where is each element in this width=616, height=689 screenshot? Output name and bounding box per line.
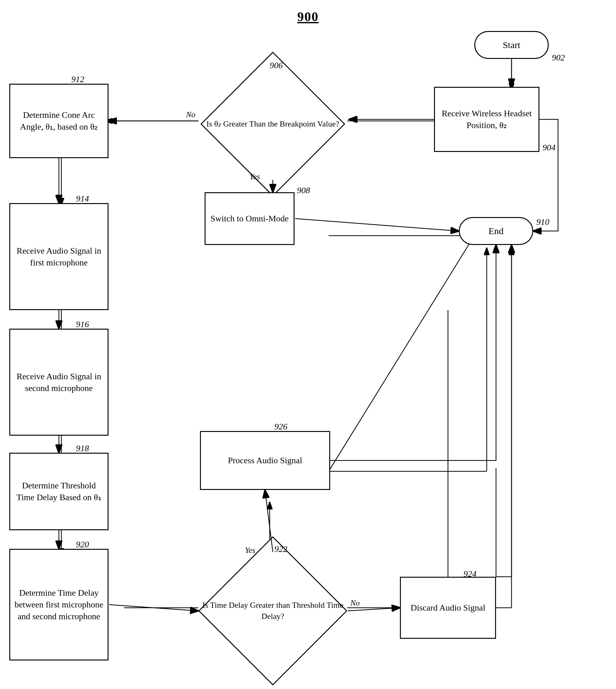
- receive-wireless-ref: 904: [543, 143, 555, 153]
- receive-audio-first-label: Receive Audio Signal in first microphone: [13, 245, 105, 268]
- receive-audio-second-label: Receive Audio Signal in second microphon…: [13, 370, 105, 394]
- start-ref: 902: [552, 53, 565, 63]
- svg-line-29: [109, 605, 198, 611]
- is-theta-greater-label: Is θ₂ Greater Than the Breakpoint Value?: [203, 115, 343, 133]
- process-audio-ref: 926: [274, 422, 287, 432]
- no-label-1: No: [186, 110, 195, 120]
- switch-omni-ref: 908: [297, 186, 310, 195]
- end-label: End: [489, 225, 504, 238]
- determine-time-delay-label: Determine Time Delay between first micro…: [13, 587, 105, 622]
- switch-omni-node: Switch to Omni-Mode: [205, 192, 294, 245]
- determine-threshold-label: Determine Threshold Time Delay Based on …: [13, 480, 105, 503]
- is-theta-greater-node: Is θ₂ Greater Than the Breakpoint Value?: [198, 68, 347, 180]
- switch-omni-label: Switch to Omni-Mode: [211, 213, 289, 224]
- determine-time-delay-ref: 920: [76, 540, 89, 550]
- process-audio-node: Process Audio Signal: [200, 431, 330, 490]
- no-label-2: No: [350, 599, 360, 608]
- is-time-delay-node: Is Time Delay Greater than Threshold Tim…: [198, 552, 347, 670]
- is-time-delay-label: Is Time Delay Greater than Threshold Tim…: [198, 597, 347, 625]
- determine-cone-ref: 912: [71, 74, 84, 84]
- receive-wireless-label: Receive Wireless Headset Position, θ₂: [438, 108, 535, 131]
- discard-audio-label: Discard Audio Signal: [411, 602, 485, 613]
- receive-audio-first-node: Receive Audio Signal in first microphone: [9, 203, 109, 310]
- diagram-container: 900: [0, 0, 616, 689]
- svg-line-31: [348, 608, 399, 611]
- start-node: Start: [474, 31, 549, 59]
- determine-threshold-ref: 918: [76, 444, 89, 453]
- end-ref: 910: [536, 217, 549, 227]
- svg-line-12: [329, 236, 474, 471]
- diagram-title: 900: [297, 9, 319, 24]
- yes-label-2: Yes: [245, 546, 256, 555]
- is-time-delay-ref: 922: [274, 544, 287, 554]
- start-label: Start: [503, 39, 521, 51]
- receive-audio-second-node: Receive Audio Signal in second microphon…: [9, 329, 109, 436]
- determine-cone-node: Determine Cone Arc Angle, θ₁, based on θ…: [9, 84, 109, 158]
- process-audio-label: Process Audio Signal: [228, 455, 302, 466]
- end-node: End: [459, 217, 533, 245]
- determine-threshold-node: Determine Threshold Time Delay Based on …: [9, 453, 109, 530]
- is-theta-greater-ref: 906: [270, 61, 283, 70]
- discard-audio-node: Discard Audio Signal: [400, 577, 496, 639]
- receive-wireless-node: Receive Wireless Headset Position, θ₂: [434, 87, 540, 152]
- receive-audio-second-ref: 916: [76, 319, 89, 329]
- determine-cone-label: Determine Cone Arc Angle, θ₁, based on θ…: [13, 109, 105, 133]
- svg-line-24: [295, 219, 458, 231]
- yes-label-1: Yes: [249, 172, 260, 181]
- discard-audio-ref: 924: [463, 569, 477, 579]
- determine-time-delay-node: Determine Time Delay between first micro…: [9, 549, 109, 661]
- receive-audio-first-ref: 914: [76, 194, 89, 204]
